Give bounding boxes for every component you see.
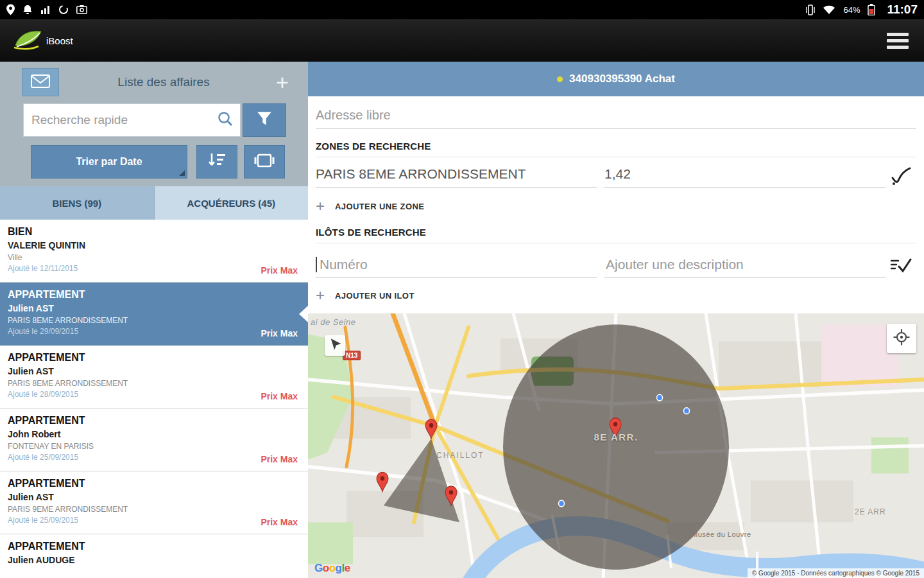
zone-name-field[interactable]: PARIS 8EME ARRONDISSEMENT — [316, 166, 597, 188]
envelope-icon — [31, 74, 50, 91]
sidebar-controls: Liste des affaires + — [0, 62, 308, 220]
item-name: Julien AST — [8, 492, 299, 502]
status-right-icons: 64% 11:07 — [806, 3, 918, 17]
zone-radius-field[interactable]: 1,42 — [604, 166, 886, 188]
map-area-label: CHAILLOT — [436, 451, 484, 460]
address-row — [316, 101, 916, 129]
free-address-input[interactable] — [316, 101, 916, 128]
list-item[interactable]: APPARTEMENT Julien AST PARIS 8EME ARROND… — [0, 346, 308, 408]
item-price: Prix Max — [261, 328, 298, 338]
affair-header-title: 340930395390 Achat — [569, 73, 675, 85]
item-date: Ajouté le 28/09/2015 — [8, 390, 299, 399]
sync-icon — [58, 4, 69, 15]
sort-by-date-button[interactable]: Trier par Date — [31, 145, 187, 179]
plus-icon: + — [316, 198, 335, 214]
filter-button[interactable] — [243, 103, 286, 137]
sort-row: Trier par Date — [0, 141, 308, 186]
dropdown-corner-icon — [179, 170, 185, 176]
funnel-icon — [256, 110, 273, 130]
sort-descending-icon — [207, 152, 227, 171]
affair-header: 340930395390 Achat — [308, 62, 924, 96]
draw-zone-icon[interactable] — [886, 166, 916, 188]
description-field-wrap — [604, 252, 886, 277]
detail-fields: ZONES DE RECHERCHE PARIS 8EME ARRONDISSE… — [308, 96, 924, 304]
numero-field-wrap — [316, 252, 597, 277]
search-box — [23, 103, 241, 137]
sort-order-button[interactable] — [196, 145, 237, 179]
list-item[interactable]: BIEN VALERIE QUINTIN Ville Ajouté le 12/… — [0, 220, 308, 283]
status-left-icons — [6, 4, 87, 15]
item-type: APPARTEMENT — [8, 478, 299, 489]
hamburger-menu-icon[interactable] — [884, 24, 911, 57]
description-input[interactable] — [604, 252, 886, 277]
item-name: Julien AST — [8, 303, 299, 313]
item-location: FONTENAY EN PARISIS — [8, 442, 299, 451]
my-location-button[interactable] — [887, 324, 916, 353]
item-name: Julien AUDUGE — [8, 555, 299, 565]
pan-mode-button[interactable] — [325, 335, 345, 356]
signal-icon — [40, 5, 51, 14]
map-poi-label: Musée du Louvre — [692, 530, 751, 538]
add-zone-button[interactable]: + AJOUTER UNE ZONE — [316, 197, 916, 215]
app-bar: iBoost — [0, 19, 924, 62]
item-name: John Robert — [8, 429, 299, 439]
search-input[interactable] — [30, 112, 217, 128]
item-price: Prix Max — [261, 454, 298, 464]
clock: 11:07 — [887, 3, 918, 17]
item-date: Ajouté le 29/09/2015 — [8, 327, 299, 336]
sidebar-title: Liste des affaires — [59, 75, 268, 89]
view-mode-button[interactable] — [244, 145, 285, 179]
map-area-label: 2E ARR — [855, 507, 886, 516]
item-price: Prix Max — [261, 391, 298, 401]
item-type: APPARTEMENT — [8, 289, 299, 301]
zone-row: PARIS 8EME ARRONDISSEMENT 1,42 — [316, 166, 916, 188]
mail-button[interactable] — [22, 68, 59, 96]
list-item[interactable]: APPARTEMENT John Robert FONTENAY EN PARI… — [0, 408, 308, 471]
map-container[interactable]: 8E ARR. ai de Seine CHAILLOT 2E ARR Musé… — [308, 313, 924, 578]
google-logo: Google — [314, 562, 350, 575]
item-date: Ajouté le 25/09/2015 — [8, 453, 299, 462]
item-location: PARIS 8EME ARRONDISSEMENT — [8, 379, 299, 388]
item-location: Ville — [8, 253, 299, 262]
item-date: Ajouté le 25/09/2015 — [8, 516, 299, 525]
zones-section-title: ZONES DE RECHERCHE — [316, 141, 916, 157]
tab-biens[interactable]: BIENS (99) — [0, 186, 155, 220]
battery-percent: 64% — [843, 5, 860, 15]
status-bar: 64% 11:07 — [0, 0, 924, 19]
sidebar-header-row: Liste des affaires + — [0, 62, 308, 99]
main-content: Liste des affaires + — [0, 62, 924, 578]
add-ilot-label: AJOUTER UN ILOT — [335, 291, 415, 301]
list-item[interactable]: APPARTEMENT Julien AUDUGE — [0, 534, 308, 578]
location-icon — [6, 4, 15, 15]
battery-icon — [868, 4, 875, 15]
item-name: Julien AST — [8, 366, 299, 376]
map-canvas[interactable] — [308, 313, 924, 578]
wifi-icon — [823, 5, 835, 15]
alarm-icon — [22, 4, 33, 15]
app-logo: iBoost — [13, 28, 73, 53]
affairs-list: BIEN VALERIE QUINTIN Ville Ajouté le 12/… — [0, 220, 308, 578]
route-badge: N13 — [343, 351, 361, 360]
district-label: 8E ARR. — [560, 432, 672, 442]
numero-input[interactable] — [318, 252, 597, 277]
map-attribution: © Google 2015 - Données cartographiques … — [748, 568, 924, 578]
app-screen: 64% 11:07 iBoost — [0, 0, 924, 578]
sidebar-tabs: BIENS (99) ACQUÉREURS (45) — [0, 186, 308, 220]
item-price: Prix Max — [261, 265, 298, 276]
leaf-logo-icon — [13, 28, 42, 53]
list-item[interactable]: APPARTEMENT Julien AST PARIS 9EME ARROND… — [0, 471, 308, 534]
draw-ilot-icon[interactable] — [886, 257, 916, 277]
item-type: APPARTEMENT — [8, 541, 299, 552]
ilot-row — [316, 252, 916, 277]
map-street-label: ai de Seine — [311, 317, 356, 327]
search-icon[interactable] — [217, 110, 234, 130]
affairs-sidebar: Liste des affaires + — [0, 62, 308, 578]
item-location: PARIS 8EME ARRONDISSEMENT — [8, 316, 299, 325]
add-ilot-button[interactable]: + AJOUTER UN ILOT — [316, 286, 916, 304]
list-item-selected[interactable]: APPARTEMENT Julien AST PARIS 8EME ARROND… — [0, 283, 308, 346]
ilots-section-title: ILÔTS DE RECHERCHE — [316, 227, 916, 243]
add-affair-button[interactable]: + — [268, 71, 296, 94]
text-cursor — [316, 257, 317, 272]
tab-acquereurs[interactable]: ACQUÉREURS (45) — [155, 186, 309, 220]
vibrate-icon — [806, 4, 815, 15]
